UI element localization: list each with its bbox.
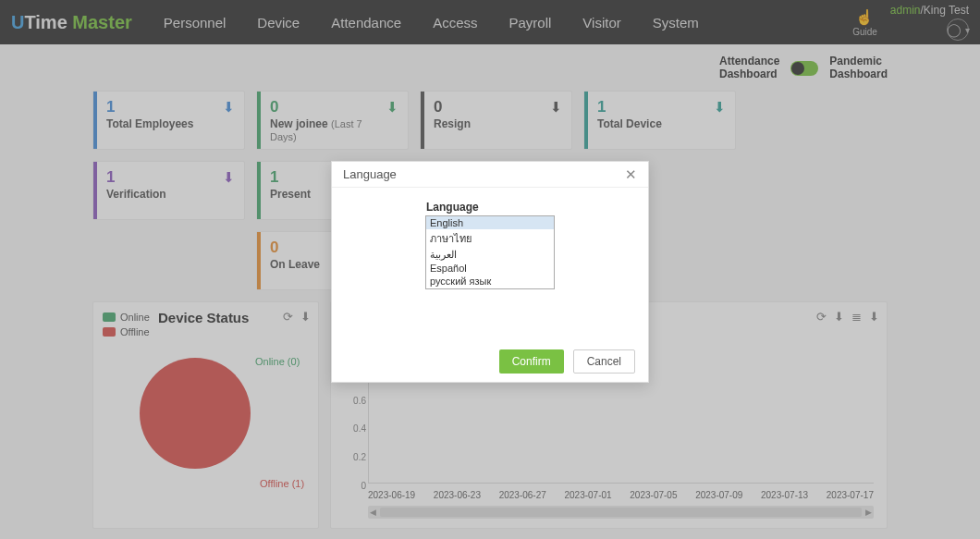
language-field-label: Language	[426, 201, 479, 214]
language-listbox[interactable]: EnglishภาษาไทยالعربيةEspañolрусский язык…	[425, 215, 555, 289]
language-option[interactable]: العربية	[426, 248, 554, 262]
language-option[interactable]: Español	[426, 262, 554, 275]
language-option[interactable]: English	[426, 216, 554, 229]
cancel-button[interactable]: Cancel	[573, 349, 635, 374]
language-option[interactable]: Bahasa Indonesia	[426, 288, 554, 289]
language-option[interactable]: ภาษาไทย	[426, 229, 554, 248]
confirm-button[interactable]: Confirm	[499, 349, 564, 374]
language-dialog: Language ✕ Language Englishภาษาไทยالعربي…	[331, 161, 649, 383]
language-option[interactable]: русский язык	[426, 275, 554, 288]
close-icon[interactable]: ✕	[625, 166, 637, 183]
dialog-title: Language	[343, 167, 397, 181]
